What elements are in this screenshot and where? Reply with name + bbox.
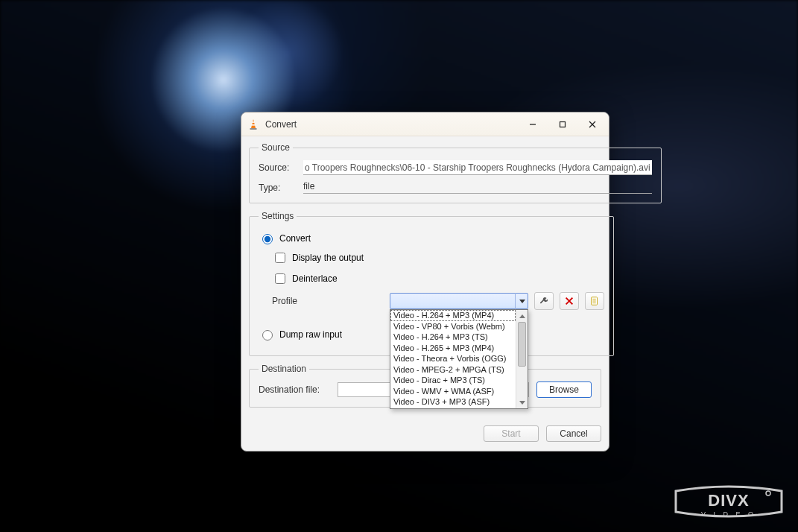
dump-raw-label: Dump raw input xyxy=(279,329,342,340)
dialog-footer: Start Cancel xyxy=(241,422,609,451)
titlebar[interactable]: Convert xyxy=(241,113,609,136)
source-group: Source Source: o Troopers Roughnecks\06-… xyxy=(249,142,662,203)
convert-radio-input[interactable] xyxy=(262,234,273,244)
dropdown-scrollbar[interactable] xyxy=(516,310,528,408)
deinterlace-input[interactable] xyxy=(275,273,285,284)
scroll-down-button[interactable] xyxy=(516,396,528,408)
dump-raw-input[interactable] xyxy=(262,330,273,341)
display-output-checkbox[interactable]: Display the output xyxy=(272,250,604,265)
scroll-up-button[interactable] xyxy=(516,310,528,322)
dialog-title: Convert xyxy=(265,119,518,130)
convert-dialog: Convert Source Source: o Troopers Roughn… xyxy=(241,112,609,452)
new-profile-button[interactable] xyxy=(585,292,604,310)
new-document-icon xyxy=(589,296,600,306)
profile-option[interactable]: Video - H.265 + MP3 (MP4) xyxy=(390,343,516,354)
maximize-button[interactable] xyxy=(548,113,577,136)
profile-option[interactable]: Video - MPEG-2 + MPGA (TS) xyxy=(390,364,516,376)
svg-rect-6 xyxy=(560,121,566,127)
profile-option[interactable]: Audio - Vorbis (OGG) xyxy=(390,408,516,410)
vlc-cone-icon xyxy=(247,118,259,130)
destination-file-label: Destination file: xyxy=(259,384,330,395)
profile-label: Profile xyxy=(272,296,309,306)
divx-sub-text: V I D E O xyxy=(701,510,756,518)
svg-rect-2 xyxy=(252,121,255,123)
settings-group: Settings Convert Display the output Dein… xyxy=(249,211,614,356)
svg-rect-4 xyxy=(250,128,257,130)
chevron-down-icon xyxy=(519,401,525,405)
svg-point-0 xyxy=(766,491,770,495)
start-button-label: Start xyxy=(501,428,520,439)
profile-option[interactable]: Video - DIV3 + MP3 (ASF) xyxy=(390,396,516,408)
screen: DIVX V I D E O Convert Source Source: o … xyxy=(0,0,798,532)
profile-option[interactable]: Video - H.264 + MP3 (TS) xyxy=(390,332,516,343)
profile-dropdown-button[interactable] xyxy=(515,293,528,309)
divx-brand-text: DIVX xyxy=(708,491,749,510)
profile-dropdown-display[interactable] xyxy=(390,293,528,309)
scroll-track[interactable] xyxy=(516,322,528,396)
svg-rect-3 xyxy=(252,124,256,126)
x-icon xyxy=(564,296,574,306)
profile-dropdown-list[interactable]: Video - H.264 + MP3 (MP4)Video - VP80 + … xyxy=(390,309,528,409)
profile-option[interactable]: Video - Theora + Vorbis (OGG) xyxy=(390,353,516,364)
display-output-input[interactable] xyxy=(275,253,285,263)
browse-button-label: Browse xyxy=(549,384,579,395)
cancel-button[interactable]: Cancel xyxy=(546,425,601,442)
minimize-button[interactable] xyxy=(518,113,548,136)
profile-option[interactable]: Video - VP80 + Vorbis (Webm) xyxy=(390,321,516,332)
cancel-button-label: Cancel xyxy=(560,428,587,439)
profile-dropdown[interactable]: Video - H.264 + MP3 (MP4)Video - VP80 + … xyxy=(390,293,528,309)
settings-legend: Settings xyxy=(259,211,297,221)
deinterlace-label: Deinterlace xyxy=(292,273,338,284)
source-label: Source: xyxy=(259,162,297,173)
scroll-thumb[interactable] xyxy=(518,322,526,367)
profile-option[interactable]: Video - Dirac + MP3 (TS) xyxy=(390,375,516,386)
profile-option[interactable]: Video - WMV + WMA (ASF) xyxy=(390,386,516,397)
chevron-down-icon xyxy=(519,300,525,303)
convert-radio-label: Convert xyxy=(279,233,311,244)
start-button[interactable]: Start xyxy=(484,425,539,442)
destination-legend: Destination xyxy=(259,364,309,374)
wrench-icon xyxy=(539,296,549,306)
chevron-up-icon xyxy=(519,314,525,318)
browse-button[interactable]: Browse xyxy=(536,381,592,398)
svg-marker-1 xyxy=(251,119,256,128)
source-legend: Source xyxy=(259,142,293,153)
delete-profile-button[interactable] xyxy=(560,292,579,310)
type-label: Type: xyxy=(259,183,297,193)
type-value: file xyxy=(303,181,652,194)
edit-profile-button[interactable] xyxy=(534,292,554,310)
divx-watermark: DIVX V I D E O xyxy=(673,482,785,526)
close-button[interactable] xyxy=(577,113,607,136)
source-path-field[interactable]: o Troopers Roughnecks\06-10 - Starship T… xyxy=(303,160,652,175)
display-output-label: Display the output xyxy=(292,253,364,263)
convert-radio[interactable]: Convert xyxy=(259,232,604,244)
deinterlace-checkbox[interactable]: Deinterlace xyxy=(272,271,604,286)
profile-option[interactable]: Video - H.264 + MP3 (MP4) xyxy=(390,310,516,321)
